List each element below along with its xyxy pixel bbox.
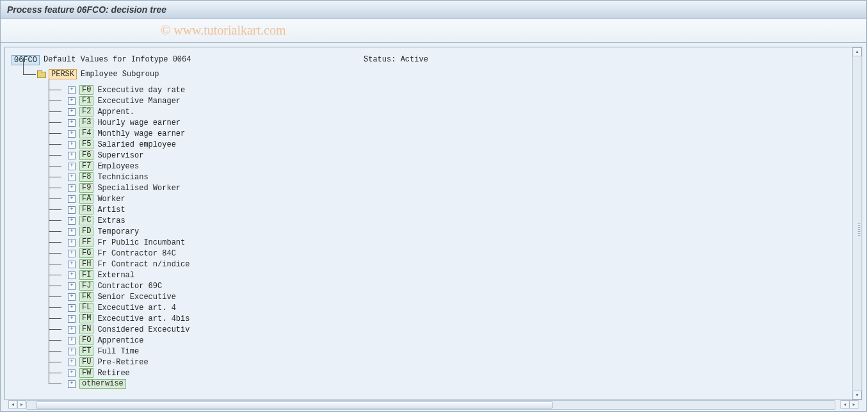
tree-leaf-row[interactable]: +FOApprentice bbox=[49, 335, 853, 346]
expand-icon[interactable]: + bbox=[68, 304, 76, 312]
inner-scroll-left-button[interactable]: ◂ bbox=[8, 400, 17, 409]
expand-icon[interactable]: + bbox=[68, 348, 76, 355]
tree-leaf-row[interactable]: +FAWorker bbox=[49, 193, 853, 204]
tree-leaf-row[interactable]: +F5Salaried employee bbox=[49, 139, 853, 150]
expand-icon[interactable]: + bbox=[68, 119, 76, 127]
expand-icon[interactable]: + bbox=[68, 217, 76, 225]
tree-leaf-row[interactable]: +FKSenior Excecutive bbox=[49, 291, 853, 302]
expand-icon[interactable]: + bbox=[68, 250, 76, 257]
outer-scroll-right-button[interactable]: ▸ bbox=[849, 400, 858, 409]
tree-leaf-connector bbox=[49, 259, 68, 270]
expand-icon[interactable]: + bbox=[68, 130, 76, 138]
expand-icon[interactable]: + bbox=[68, 228, 76, 236]
tree-leaf-row[interactable]: +FIExternal bbox=[49, 270, 853, 280]
folder-open-icon bbox=[37, 70, 46, 78]
tree-leaf-row[interactable]: +FWRetiree bbox=[49, 368, 853, 378]
expand-icon[interactable]: + bbox=[68, 174, 76, 181]
tree-leaf-row[interactable]: +FDTemporary bbox=[49, 226, 853, 237]
tree-leaf-row[interactable]: +FGFr Contractor 84C bbox=[49, 248, 853, 259]
leaf-code: F6 bbox=[79, 150, 93, 160]
expand-icon[interactable]: + bbox=[68, 141, 76, 149]
leaf-description: Monthly wage earner bbox=[97, 129, 185, 138]
tree-leaf-row[interactable]: +FBArtist bbox=[49, 204, 853, 215]
expand-icon[interactable]: + bbox=[68, 163, 76, 170]
expand-icon[interactable]: + bbox=[68, 293, 76, 301]
tree-group-row[interactable]: PERSK Employee Subgroup bbox=[23, 68, 853, 81]
scroll-handle-icon bbox=[858, 223, 860, 236]
window-titlebar: Process feature 06FCO: decision tree bbox=[1, 1, 866, 19]
tree-leaf-row[interactable]: +FJContractor 69C bbox=[49, 280, 853, 291]
tree-leaf-row[interactable]: +FHFr Contract n/indice bbox=[49, 259, 853, 270]
leaf-code: FA bbox=[79, 194, 93, 204]
expand-icon[interactable]: + bbox=[68, 108, 76, 116]
tree-leaf-connector bbox=[49, 302, 68, 313]
expand-icon[interactable]: + bbox=[68, 184, 76, 192]
tree-leaf-row[interactable]: +F7Employees bbox=[49, 161, 853, 172]
inner-horizontal-scrollbar[interactable] bbox=[26, 400, 835, 410]
leaf-description: Senior Excecutive bbox=[97, 293, 175, 302]
status-field: Status: Active bbox=[364, 55, 428, 64]
expand-icon[interactable]: + bbox=[68, 282, 76, 290]
tree-leaf-connector bbox=[49, 215, 68, 226]
tree-leaf-row[interactable]: +FCExtras bbox=[49, 215, 853, 226]
leaf-code: FK bbox=[79, 292, 93, 302]
tree-leaf-row[interactable]: +F3Hourly wage earner bbox=[49, 117, 853, 128]
leaf-description: Employees bbox=[97, 162, 139, 171]
tree-leaf-row[interactable]: +F9Specialised Worker bbox=[49, 182, 853, 193]
inner-scroll-right-button[interactable]: ▸ bbox=[17, 400, 26, 409]
tree-leaf-row[interactable]: +FLExcecutive art. 4 bbox=[49, 302, 853, 313]
leaf-code: FJ bbox=[79, 281, 93, 291]
status-value: Active bbox=[401, 55, 428, 64]
leaf-description: Excecutive day rate bbox=[97, 86, 185, 95]
tree-leaf-row[interactable]: +FFFr Public Incumbant bbox=[49, 237, 853, 248]
expand-icon[interactable]: + bbox=[68, 86, 76, 94]
tree-leaf-row[interactable]: +otherwise bbox=[49, 378, 853, 389]
tree-leaf-connector bbox=[49, 291, 68, 302]
tree-leaf-row[interactable]: +FNConsidered Excecutiv bbox=[49, 324, 853, 335]
tree-leaf-row[interactable]: +F1Excecutive Manager bbox=[49, 95, 853, 106]
expand-icon[interactable]: + bbox=[68, 315, 76, 323]
tree-leaf-row[interactable]: +FUPre-Retiree bbox=[49, 357, 853, 368]
leaf-description: Specialised Worker bbox=[97, 184, 181, 193]
tree-leaf-row[interactable]: +F6Supervisor bbox=[49, 150, 853, 161]
expand-icon[interactable]: + bbox=[68, 380, 76, 388]
expand-icon[interactable]: + bbox=[68, 97, 76, 105]
expand-icon[interactable]: + bbox=[68, 239, 76, 247]
leaf-code: FM bbox=[79, 314, 93, 323]
expand-icon[interactable]: + bbox=[68, 271, 76, 279]
expand-icon[interactable]: + bbox=[68, 206, 76, 214]
tree-leaf-row[interactable]: +F0Excecutive day rate bbox=[49, 85, 853, 95]
root-code: 06FCO bbox=[12, 55, 40, 65]
scroll-up-button[interactable]: ▴ bbox=[853, 47, 862, 56]
tree-leaf-row[interactable]: +FMExcecutive art. 4bis bbox=[49, 313, 853, 324]
app-window: Process feature 06FCO: decision tree © w… bbox=[0, 0, 867, 412]
scroll-down-button[interactable]: ▾ bbox=[853, 391, 862, 400]
expand-icon[interactable]: + bbox=[68, 337, 76, 344]
outer-scroll-left-button[interactable]: ◂ bbox=[840, 400, 849, 409]
tree-leaf-row[interactable]: +F4Monthly wage earner bbox=[49, 128, 853, 139]
leaf-description: Retiree bbox=[97, 369, 129, 378]
expand-icon[interactable]: + bbox=[68, 359, 76, 366]
tree-leaf-row[interactable]: +F8Technicians bbox=[49, 172, 853, 182]
expand-icon[interactable]: + bbox=[68, 195, 76, 203]
leaf-code: FC bbox=[79, 216, 93, 225]
tree-root-row[interactable]: 06FCO Default Values for Infotype 0064 bbox=[5, 47, 853, 65]
leaf-description: Apprentice bbox=[97, 336, 143, 345]
leaf-description: Supervisor bbox=[97, 151, 143, 160]
window-title: Process feature 06FCO: decision tree bbox=[7, 4, 166, 15]
expand-icon[interactable]: + bbox=[68, 261, 76, 268]
tree-leaf-connector bbox=[49, 324, 68, 335]
expand-icon[interactable]: + bbox=[68, 369, 76, 377]
leaf-code: F2 bbox=[79, 107, 93, 117]
leaf-code: FH bbox=[79, 259, 93, 269]
leaf-description: Excecutive art. 4 bbox=[97, 304, 175, 312]
tree-leaf-row[interactable]: +F2Apprent. bbox=[49, 106, 853, 117]
expand-icon[interactable]: + bbox=[68, 326, 76, 334]
vertical-scrollbar[interactable]: ▴ ▾ bbox=[852, 47, 862, 400]
tree-children: +F0Excecutive day rate+F1Excecutive Mana… bbox=[49, 85, 853, 389]
outer-hscroll-group: ◂ ▸ bbox=[840, 400, 858, 407]
tree-leaf-connector bbox=[49, 346, 68, 357]
tree-area: PERSK Employee Subgroup +F0Excecutive da… bbox=[23, 68, 853, 389]
tree-leaf-row[interactable]: +FTFull Time bbox=[49, 346, 853, 357]
expand-icon[interactable]: + bbox=[68, 152, 76, 159]
